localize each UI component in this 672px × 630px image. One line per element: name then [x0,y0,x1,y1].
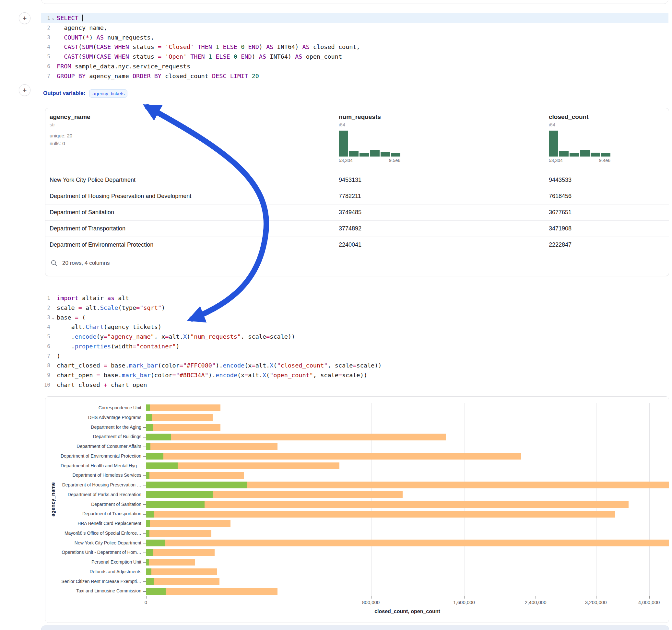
add-cell-button-top[interactable]: + [19,12,30,24]
x-tick-mark [371,596,371,599]
code-line[interactable]: 2 agency_name, [41,23,668,33]
code-line[interactable]: 8chart_closed = base.mark_bar(color="#FF… [41,361,668,370]
fold-chevron-icon [50,351,56,361]
y-axis-label: Department of Homeless Services [45,470,141,480]
code-line[interactable]: 5 .encode(y="agency_name", x=alt.X("num_… [41,332,668,342]
code-text: import altair as alt [56,293,129,303]
bar-open_count [146,539,165,547]
y-tick-mark [143,427,146,428]
table-cell: 9443533 [549,172,572,188]
code-line[interactable]: 3 COUNT(*) AS num_requests, [41,33,668,43]
bar-closed_count [146,405,220,411]
code-text: ) [56,351,60,361]
previous-cell-edge [41,0,668,4]
fold-chevron-icon [50,293,56,303]
y-axis-label: Taxi and Limousine Commission [45,586,141,596]
bar-closed_count [146,434,446,440]
x-tick-label: 0 [145,600,147,605]
y-tick-mark [143,524,146,524]
bar-open_count [146,530,149,537]
code-line[interactable]: 3⌄base = ( [41,313,668,322]
fold-chevron-icon[interactable]: ⌄ [50,13,56,23]
bar-closed_count [146,453,521,460]
code-text: COUNT(*) AS num_requests, [56,33,154,43]
y-tick-mark [143,485,146,486]
bar-closed_count [146,472,244,479]
bar-open_count [146,588,166,595]
histogram-max-label: 9.5e6 [389,158,400,163]
bar-closed_count [146,530,211,537]
y-tick-mark [143,562,146,563]
code-line[interactable]: 5 CAST(SUM(CASE WHEN status = 'Open' THE… [41,52,668,62]
x-tick-label: 3,200,000 [585,600,607,605]
code-line[interactable]: 4 alt.Chart(agency_tickets) [41,322,668,332]
table-cell: 9453131 [339,172,361,188]
code-line[interactable]: 6 .properties(width="container") [41,342,668,351]
code-line[interactable]: 7GROUP BY agency_name ORDER BY closed_co… [41,71,668,81]
histogram-bar [559,151,569,156]
fold-chevron-icon [50,71,56,81]
y-tick-mark [143,533,146,534]
line-number: 2 [41,303,50,313]
results-table-card: agency_name str unique: 20 nulls: 0 num_… [45,108,669,276]
histogram-min-label: 53,304 [339,158,353,163]
line-number: 7 [41,351,50,361]
line-number: 2 [41,23,50,33]
histogram-bar [601,153,610,156]
y-tick-mark [143,572,146,573]
line-number: 4 [41,42,50,52]
output-variable-row: Output variable: agency_tickets [43,88,127,98]
x-axis-title: closed_count, open_count [146,609,669,614]
code-line[interactable]: 4 CAST(SUM(CASE WHEN status = 'Closed' T… [41,42,668,52]
add-cell-button-middle[interactable]: + [19,84,30,96]
bar-closed_count [146,549,215,556]
histogram-bar [570,153,579,156]
histogram-bar [339,130,348,156]
bar-closed_count [146,520,231,527]
code-line[interactable]: 7) [41,351,668,361]
table-row: Department of Sanitation37494853677651 [45,204,669,221]
y-tick-mark [143,408,146,409]
line-number: 6 [41,62,50,71]
histogram-bar [349,151,359,156]
code-line[interactable]: 6FROM sample_data.nyc.service_requests [41,62,668,71]
y-axis-label: Department of Transportation [45,509,141,519]
y-axis-label: Department of Consumer Affairs [45,442,141,452]
histogram-bar [360,153,369,156]
sql-editor[interactable]: 1⌄SELECT 2 agency_name,3 COUNT(*) AS num… [41,13,668,81]
code-line[interactable]: 9chart_open = base.mark_bar(color="#8BC3… [41,370,668,380]
code-line[interactable]: 10chart_closed + chart_open [41,380,668,390]
line-number: 5 [41,52,50,62]
y-axis-label: Department of Health and Mental Hyg… [45,461,141,471]
search-icon[interactable] [51,260,58,267]
chart-card: agency_name Correspondence UnitDHS Advan… [45,396,669,623]
fold-chevron-icon [50,62,56,71]
y-tick-mark [143,591,146,592]
y-tick-mark [143,418,146,418]
x-tick-mark [146,596,146,599]
line-number: 7 [41,71,50,81]
fold-chevron-icon [50,42,56,52]
y-axis-label: Personal Exemption Unit [45,557,141,567]
table-row: Department of Environmental Protection22… [45,237,669,253]
output-variable-badge: agency_tickets [89,90,127,98]
code-text: chart_closed + chart_open [56,380,147,390]
table-row: New York City Police Department945313194… [45,172,669,188]
table-cell: 7782211 [339,188,361,204]
column-stat-nulls: nulls: 0 [50,140,91,147]
column-name: num_requests [339,114,400,121]
fold-chevron-icon [50,23,56,33]
code-line[interactable]: 2scale = alt.Scale(type="sqrt") [41,303,668,313]
code-text: CAST(SUM(CASE WHEN status = 'Open' THEN … [56,52,342,62]
code-line[interactable]: 1⌄SELECT [41,13,668,23]
python-editor[interactable]: 1import altair as alt2scale = alt.Scale(… [41,293,668,390]
fold-chevron-icon[interactable]: ⌄ [50,313,56,322]
code-line[interactable]: 1import altair as alt [41,293,668,303]
bar-open_count [146,549,153,556]
code-text: GROUP BY agency_name ORDER BY closed_cou… [56,71,259,81]
y-axis-label: Mayorâ€ s Office of Special Enforce… [45,529,141,538]
bar-closed_count [146,568,217,575]
line-number: 8 [41,361,50,370]
histogram-bar [580,150,590,156]
gridline [536,403,536,596]
